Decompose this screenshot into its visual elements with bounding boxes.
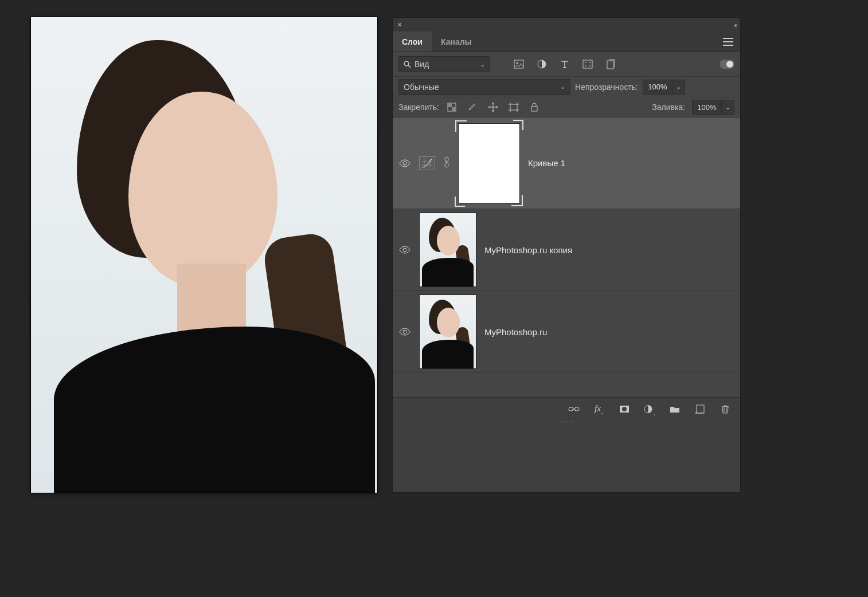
new-group-icon[interactable] (669, 403, 681, 415)
filter-pixel-icon[interactable] (513, 58, 525, 70)
svg-rect-4 (583, 60, 592, 68)
svg-point-0 (404, 61, 409, 66)
visibility-toggle-icon[interactable] (398, 246, 411, 254)
layer-kind-filter[interactable]: Вид ⌄ (398, 56, 490, 72)
filter-smartobject-icon[interactable] (605, 58, 616, 70)
panel-menu-icon[interactable] (723, 38, 733, 46)
tab-channels[interactable]: Каналы (432, 32, 481, 52)
lock-pixels-icon[interactable] (467, 101, 478, 113)
svg-rect-9 (607, 61, 613, 69)
layers-panel-footer: fxˬ ˬ (393, 397, 740, 420)
layer-name[interactable]: MyPhotoshop.ru (484, 327, 547, 337)
layer-name[interactable]: MyPhotoshop.ru копия (484, 245, 572, 255)
svg-point-7 (585, 65, 586, 66)
layer-effects-icon[interactable]: fxˬ (593, 403, 605, 415)
layer-list-empty-area[interactable] (393, 373, 740, 397)
svg-rect-25 (697, 405, 704, 413)
layer-row[interactable]: Кривые 1 (393, 117, 740, 209)
blend-mode-select[interactable]: Обычные ⌄ (398, 79, 570, 95)
chevron-down-icon: ⌄ (480, 61, 485, 68)
opacity-label: Непрозрачность: (575, 83, 638, 92)
layer-name[interactable]: Кривые 1 (528, 158, 565, 168)
filter-toggle[interactable] (720, 60, 734, 69)
layer-row[interactable]: MyPhotoshop.ru (393, 291, 740, 373)
svg-point-6 (589, 62, 591, 63)
chevron-down-icon: ⌄ (560, 83, 565, 91)
lock-transparency-icon[interactable] (446, 101, 458, 113)
lock-label: Закрепить: (398, 103, 439, 112)
lock-position-icon[interactable] (487, 101, 499, 113)
close-icon[interactable]: × (397, 20, 402, 29)
visibility-toggle-icon[interactable] (398, 328, 411, 336)
layer-row[interactable]: MyPhotoshop.ru копия (393, 209, 740, 291)
layer-kind-label: Вид (415, 60, 429, 69)
layer-thumbnail[interactable] (419, 294, 476, 369)
svg-rect-11 (448, 103, 452, 107)
lock-artboard-icon[interactable] (508, 101, 519, 113)
delete-layer-icon[interactable] (720, 403, 731, 415)
layer-thumbnail[interactable] (419, 213, 476, 287)
svg-point-19 (403, 330, 406, 333)
svg-point-5 (585, 62, 586, 63)
lock-all-icon[interactable] (529, 101, 540, 113)
layer-list: Кривые 1 MyPhotoshop.ru копия (393, 117, 740, 397)
fill-dropdown-icon[interactable]: ⌄ (722, 100, 734, 115)
fill-label: Заливка: (652, 103, 685, 112)
svg-rect-14 (531, 107, 537, 111)
svg-rect-1 (514, 60, 523, 68)
add-mask-icon[interactable] (619, 403, 630, 415)
blend-mode-value: Обычные (404, 83, 439, 92)
layers-panel: × ‹‹ Слои Каналы Вид ⌄ (392, 17, 741, 493)
svg-point-23 (622, 407, 627, 411)
opacity-input[interactable] (643, 80, 672, 95)
svg-point-2 (517, 62, 518, 64)
link-mask-icon[interactable] (443, 156, 450, 170)
opacity-dropdown-icon[interactable]: ⌄ (672, 80, 685, 95)
svg-rect-12 (452, 107, 456, 111)
fill-input[interactable] (692, 100, 722, 115)
filter-type-icon[interactable] (559, 58, 570, 70)
svg-point-8 (589, 65, 591, 66)
svg-rect-13 (510, 104, 517, 110)
panel-resize-grip[interactable] (393, 420, 740, 425)
tab-layers[interactable]: Слои (393, 32, 432, 52)
link-layers-icon[interactable] (568, 403, 580, 415)
filter-shape-icon[interactable] (582, 58, 593, 70)
visibility-toggle-icon[interactable] (398, 159, 411, 167)
curves-adjustment-icon (419, 156, 435, 170)
layer-mask-thumbnail[interactable] (458, 123, 520, 203)
filter-adjustment-icon[interactable] (536, 58, 548, 70)
new-adjustment-layer-icon[interactable]: ˬ (644, 403, 655, 415)
new-layer-icon[interactable] (694, 403, 706, 415)
svg-point-18 (403, 248, 406, 252)
svg-point-15 (403, 162, 406, 165)
search-icon (404, 61, 411, 68)
document-canvas[interactable] (31, 17, 377, 493)
canvas-image (31, 17, 377, 493)
collapse-panel-icon[interactable]: ‹‹ (734, 21, 736, 29)
